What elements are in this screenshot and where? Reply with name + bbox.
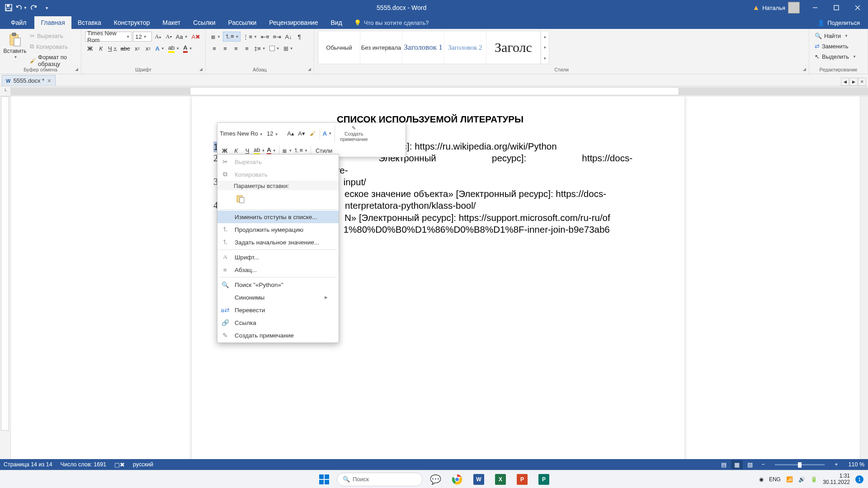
tray-volume-icon[interactable]: 🔊 — [798, 476, 805, 483]
styles-launcher[interactable]: ◢ — [802, 67, 807, 72]
zoom-level[interactable]: 110 % — [844, 461, 864, 468]
zoom-out[interactable]: − — [757, 460, 769, 469]
maximize-button[interactable] — [826, 0, 847, 15]
zoom-slider[interactable] — [775, 464, 825, 465]
tab-design[interactable]: Конструктор — [108, 16, 156, 29]
line-spacing-button[interactable]: ‡≡▼ — [253, 43, 267, 53]
align-right-button[interactable]: ≡ — [231, 43, 241, 53]
taskbar-search[interactable]: 🔍Поиск — [337, 473, 423, 486]
style-nospace[interactable]: Без интервала — [360, 31, 402, 64]
subscript-button[interactable]: x2 — [132, 43, 142, 53]
paste-button[interactable]: Вставить ▼ — [4, 31, 26, 68]
status-language[interactable]: русский — [133, 461, 153, 468]
qat-customize[interactable]: ▾ — [41, 2, 52, 14]
vertical-ruler[interactable] — [0, 96, 11, 459]
tab-close-all[interactable]: ✕ — [858, 78, 866, 86]
start-button[interactable] — [315, 470, 333, 488]
status-page[interactable]: Страница 14 из 14 — [4, 461, 52, 468]
task-powerpoint[interactable]: P — [513, 470, 531, 488]
ctx-cut[interactable]: ✂Вырезать — [217, 155, 339, 168]
inc-indent-button[interactable]: ≡⇥ — [272, 32, 283, 42]
align-center-button[interactable]: ≡ — [220, 43, 230, 53]
minimize-button[interactable] — [805, 0, 826, 15]
close-doc-tab[interactable]: ✕ — [47, 78, 52, 84]
style-h1[interactable]: Заголовок 1 — [402, 31, 444, 64]
numbering-button[interactable]: ⒈≡▼ — [223, 32, 241, 42]
show-marks-button[interactable]: ¶ — [294, 32, 304, 42]
text-effects-button[interactable]: A▼ — [154, 43, 166, 53]
vertical-scrollbar[interactable] — [860, 96, 868, 459]
tab-scroll-left[interactable]: ◀ — [841, 78, 849, 86]
font-color-button[interactable]: A▼ — [182, 43, 193, 53]
style-h2[interactable]: Заголовок 2 — [444, 31, 486, 64]
tab-view[interactable]: Вид — [324, 16, 348, 29]
tab-layout[interactable]: Макет — [156, 16, 187, 29]
tray-wifi-icon[interactable]: 📶 — [786, 476, 793, 483]
copy-button[interactable]: ⧉Копировать — [28, 42, 77, 51]
task-excel[interactable]: X — [491, 470, 509, 488]
document-tab[interactable]: W 5555.docx * ✕ — [2, 75, 56, 86]
superscript-button[interactable]: x2 — [143, 43, 153, 53]
tab-references[interactable]: Ссылки — [187, 16, 222, 29]
shrink-font-button[interactable]: A▾ — [164, 32, 174, 42]
justify-button[interactable]: ≡ — [242, 43, 252, 53]
mini-grow-font[interactable]: A▴ — [286, 129, 296, 139]
strike-button[interactable]: abc — [119, 43, 132, 53]
tray-steam-icon[interactable]: ◉ — [759, 476, 764, 483]
paragraph-launcher[interactable]: ◢ — [307, 67, 312, 72]
undo-button[interactable]: ▼ — [15, 2, 27, 14]
styles-scroll[interactable]: ▴▾▾ — [541, 31, 549, 64]
ctx-copy[interactable]: ⧉Копировать — [217, 168, 339, 181]
tab-file[interactable]: Файл — [3, 16, 34, 29]
font-name-combo[interactable]: Times New Rom▼ — [85, 32, 132, 42]
mini-new-comment[interactable]: ✎ Создать примечание — [337, 124, 371, 143]
ctx-font[interactable]: AШрифт... — [217, 251, 339, 263]
status-spellcheck[interactable]: ▢✖ — [114, 461, 125, 468]
mini-size-combo[interactable]: 12▼ — [267, 130, 285, 137]
ctx-translate[interactable]: a⇄Перевести — [217, 304, 339, 316]
task-chrome[interactable] — [448, 470, 466, 488]
view-print-layout[interactable]: ▦ — [731, 460, 743, 469]
tab-insert[interactable]: Вставка — [71, 16, 108, 29]
paste-keep-source[interactable] — [234, 192, 247, 206]
font-size-combo[interactable]: 12▼ — [133, 32, 152, 42]
grow-font-button[interactable]: A▴ — [153, 32, 163, 42]
bold-button[interactable]: Ж — [85, 43, 95, 53]
horizontal-ruler[interactable] — [11, 86, 868, 96]
document-viewport[interactable]: СПИСОК ИСПОЛЬЗУЕМОЙ ЛИТЕРАТУРЫ «Python» … — [11, 96, 860, 459]
font-launcher[interactable]: ◢ — [198, 67, 203, 72]
underline-button[interactable]: Ч▼ — [107, 43, 118, 53]
tab-home[interactable]: Главная — [34, 16, 71, 29]
sort-button[interactable]: A↓ — [283, 32, 293, 42]
borders-button[interactable]: ⊞▼ — [282, 43, 295, 53]
dec-indent-button[interactable]: ⇤≡ — [259, 32, 271, 42]
ctx-continue-numbering[interactable]: ⒈Продолжить нумерацию — [217, 223, 339, 236]
clipboard-launcher[interactable]: ◢ — [74, 67, 79, 72]
ctx-change-list-indent[interactable]: Изменить отступы в списке... — [217, 211, 339, 223]
style-normal[interactable]: Обычный — [318, 31, 360, 64]
mini-font-combo[interactable]: Times New Ro▼ — [220, 130, 266, 137]
view-web-layout[interactable]: ▧ — [744, 460, 756, 469]
tab-review[interactable]: Рецензирование — [263, 16, 324, 29]
change-case-button[interactable]: Aa▼ — [175, 32, 189, 42]
italic-button[interactable]: К — [96, 43, 106, 53]
highlight-button[interactable]: ab▼ — [167, 43, 181, 53]
tab-mailings[interactable]: Рассылки — [222, 16, 263, 29]
status-wordcount[interactable]: Число слов: 1691 — [61, 461, 106, 468]
multilevel-button[interactable]: ⋮≡▼ — [241, 32, 259, 42]
tray-language[interactable]: ENG — [769, 476, 781, 483]
ctx-paragraph[interactable]: ≡Абзац... — [217, 263, 339, 276]
share-button[interactable]: 👤Поделиться — [812, 17, 865, 29]
ctx-set-start-value[interactable]: ⒈Задать начальное значение... — [217, 236, 339, 249]
tray-notifications[interactable]: 1 — [855, 475, 863, 483]
find-button[interactable]: 🔍Найти▼ — [813, 32, 864, 40]
close-button[interactable] — [847, 0, 868, 15]
ctx-search[interactable]: 🔍Поиск "«Python»" — [217, 278, 339, 291]
align-left-button[interactable]: ≡ — [209, 43, 219, 53]
tray-clock[interactable]: 1:31 30.11.2022 — [823, 473, 850, 486]
ctx-synonyms[interactable]: Синонимы▶ — [217, 291, 339, 304]
tell-me[interactable]: 💡Что вы хотите сделать? — [349, 17, 434, 29]
ruler-corner[interactable]: └ — [0, 86, 11, 96]
select-button[interactable]: ↖Выделить▼ — [813, 52, 864, 61]
ctx-comment[interactable]: ✎Создать примечание — [217, 329, 339, 342]
